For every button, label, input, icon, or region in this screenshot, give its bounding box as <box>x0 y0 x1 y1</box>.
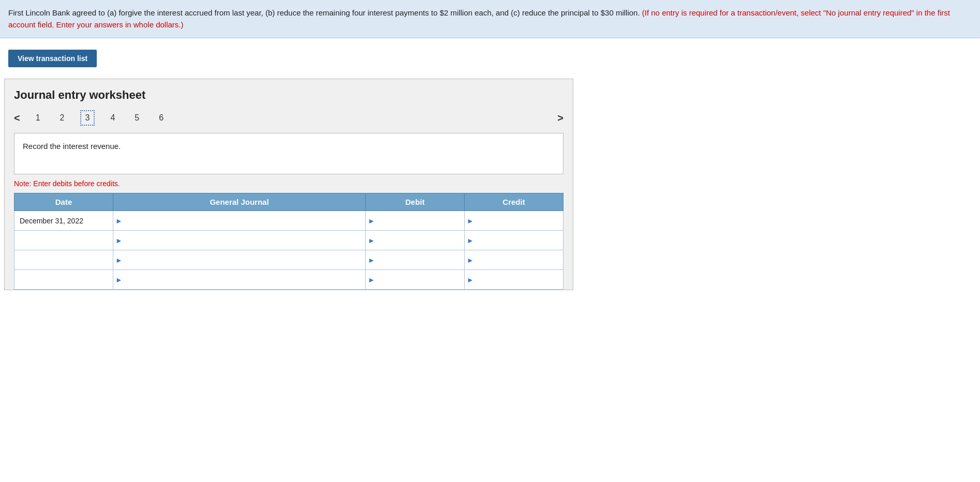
journal-input-2[interactable] <box>124 231 363 250</box>
credit-cell-4[interactable]: ► <box>465 270 563 290</box>
table-row: ► ► ► <box>14 250 563 270</box>
instructions-box: First Lincoln Bank agreed to (a) forgive… <box>0 0 980 38</box>
header-date: Date <box>14 193 113 211</box>
worksheet-container: Journal entry worksheet < 1 2 3 4 5 6 > … <box>4 79 573 290</box>
journal-arrow-1: ► <box>115 217 123 225</box>
tab-4[interactable]: 4 <box>106 111 119 125</box>
nav-next-arrow[interactable]: > <box>557 112 563 124</box>
credit-input-4[interactable] <box>476 270 561 289</box>
worksheet-title: Journal entry worksheet <box>14 88 563 102</box>
header-credit: Credit <box>465 193 563 211</box>
table-row: December 31, 2022 ► ► <box>14 211 563 231</box>
credit-input-3[interactable] <box>476 250 561 269</box>
description-text: Record the interest revenue. <box>23 142 121 150</box>
debit-cell-2[interactable]: ► <box>366 231 465 250</box>
date-cell-3 <box>14 250 113 270</box>
credit-cell-1[interactable]: ► <box>465 211 563 231</box>
table-row: ► ► ► <box>14 231 563 250</box>
date-value-1: December 31, 2022 <box>17 217 83 225</box>
journal-arrow-4: ► <box>115 276 123 284</box>
journal-table: Date General Journal Debit Credit Decemb… <box>14 193 563 290</box>
nav-prev-arrow[interactable]: < <box>14 112 20 124</box>
date-cell-4 <box>14 270 113 290</box>
credit-input-2[interactable] <box>476 231 561 250</box>
credit-arrow-2: ► <box>467 236 474 245</box>
debit-arrow-4: ► <box>368 276 375 284</box>
journal-cell-2[interactable]: ► <box>113 231 365 250</box>
debit-input-1[interactable] <box>377 211 462 230</box>
debit-input-3[interactable] <box>377 250 462 269</box>
note-text: Note: Enter debits before credits. <box>14 179 563 188</box>
date-cell-1: December 31, 2022 <box>14 211 113 231</box>
debit-arrow-3: ► <box>368 256 375 264</box>
debit-cell-1[interactable]: ► <box>366 211 465 231</box>
tab-2[interactable]: 2 <box>56 111 69 125</box>
tab-6[interactable]: 6 <box>155 111 168 125</box>
table-row: ► ► ► <box>14 270 563 290</box>
credit-arrow-1: ► <box>467 217 474 225</box>
header-general-journal: General Journal <box>113 193 365 211</box>
instructions-main-text: First Lincoln Bank agreed to (a) forgive… <box>8 8 640 17</box>
journal-input-3[interactable] <box>124 250 363 269</box>
debit-input-4[interactable] <box>377 270 462 289</box>
debit-input-2[interactable] <box>377 231 462 250</box>
date-cell-2 <box>14 231 113 250</box>
description-box: Record the interest revenue. <box>14 133 563 174</box>
credit-input-1[interactable] <box>476 211 561 230</box>
journal-cell-1[interactable]: ► <box>113 211 365 231</box>
debit-arrow-2: ► <box>368 236 375 245</box>
tab-3[interactable]: 3 <box>80 110 95 126</box>
credit-cell-3[interactable]: ► <box>465 250 563 270</box>
debit-cell-3[interactable]: ► <box>366 250 465 270</box>
credit-cell-2[interactable]: ► <box>465 231 563 250</box>
tab-1[interactable]: 1 <box>32 111 44 125</box>
journal-cell-4[interactable]: ► <box>113 270 365 290</box>
journal-arrow-2: ► <box>115 236 123 245</box>
tab-navigation: < 1 2 3 4 5 6 > <box>14 110 563 126</box>
credit-arrow-4: ► <box>467 276 474 284</box>
button-area: View transaction list <box>4 42 976 74</box>
credit-arrow-3: ► <box>467 256 474 264</box>
view-transaction-list-button[interactable]: View transaction list <box>8 50 97 67</box>
journal-input-4[interactable] <box>124 270 363 289</box>
journal-arrow-3: ► <box>115 256 123 264</box>
journal-cell-3[interactable]: ► <box>113 250 365 270</box>
header-debit: Debit <box>366 193 465 211</box>
debit-arrow-1: ► <box>368 217 375 225</box>
tab-5[interactable]: 5 <box>130 111 143 125</box>
journal-input-1[interactable] <box>124 211 363 230</box>
debit-cell-4[interactable]: ► <box>366 270 465 290</box>
